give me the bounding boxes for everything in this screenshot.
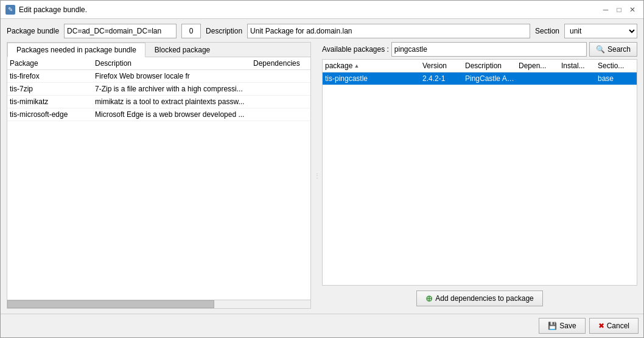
cancel-button[interactable]: ✖ Cancel <box>589 318 639 334</box>
search-icon: 🔍 <box>596 45 605 54</box>
add-btn-label: Add dependencies to package <box>435 294 533 303</box>
pkg-version: 2.4.2-1 <box>422 74 465 83</box>
right-table-body: tis-pingcastle 2.4.2-1 PingCastle AD Aud… <box>323 72 637 285</box>
pkg-section: base <box>598 74 634 83</box>
package-desc: 7-Zip is a file archiver with a high com… <box>95 85 253 93</box>
add-dependencies-button[interactable]: ⊕ Add dependencies to package <box>416 290 542 306</box>
package-name: tis-microsoft-edge <box>10 110 95 119</box>
table-row[interactable]: tis-microsoft-edge Microsoft Edge is a w… <box>7 108 310 121</box>
package-deps <box>253 97 308 106</box>
col-dependencies: Dependencies <box>253 59 308 68</box>
left-table-header: Package Description Dependencies <box>7 57 310 70</box>
left-panel: Packages needed in package bundle Blocke… <box>7 42 311 309</box>
cancel-label: Cancel <box>607 322 629 330</box>
right-table: package ▲ Version Description Depen... I… <box>322 59 637 286</box>
left-table-body: tis-firefox Firefox Web browser locale f… <box>7 70 310 300</box>
title-controls: ─ □ ✕ <box>600 4 639 16</box>
horizontal-scrollbar[interactable] <box>7 300 310 308</box>
package-deps <box>253 85 308 93</box>
bottom-bar: 💾 Save ✖ Cancel <box>1 314 643 337</box>
package-name: tis-7zip <box>10 85 95 93</box>
section-select[interactable]: unit base restricted <box>564 24 637 38</box>
add-btn-row: ⊕ Add dependencies to package <box>322 288 637 309</box>
panel-resizer[interactable]: ⋮ <box>315 42 318 309</box>
table-row[interactable]: tis-firefox Firefox Web browser locale f… <box>7 70 310 83</box>
package-desc: mimikatz is a tool to extract plaintexts… <box>95 97 253 106</box>
main-panels: Packages needed in package bundle Blocke… <box>7 42 637 309</box>
package-name: tis-mimikatz <box>10 97 95 106</box>
package-deps <box>253 72 308 80</box>
search-button-label: Search <box>607 45 631 54</box>
window-title: Edit package bundle. <box>19 5 87 14</box>
tab-blocked[interactable]: Blocked package <box>145 43 219 57</box>
cancel-icon: ✖ <box>598 322 604 330</box>
add-icon: ⊕ <box>425 294 433 303</box>
tab-packages[interactable]: Packages needed in package bundle <box>7 43 145 57</box>
package-desc: Firefox Web browser locale fr <box>95 72 253 80</box>
pkg-depen <box>519 74 561 83</box>
window-icon: ✎ <box>5 5 15 15</box>
package-deps <box>253 110 308 119</box>
close-button[interactable]: ✕ <box>626 4 639 16</box>
save-label: Save <box>559 322 576 330</box>
minimize-button[interactable]: ─ <box>600 4 612 16</box>
title-bar-left: ✎ Edit package bundle. <box>5 5 87 15</box>
bundle-input[interactable] <box>64 24 177 38</box>
col-package: Package <box>10 59 95 68</box>
right-table-row[interactable]: tis-pingcastle 2.4.2-1 PingCastle AD Aud… <box>323 72 637 85</box>
save-button[interactable]: 💾 Save <box>539 318 585 334</box>
table-row[interactable]: tis-mimikatz mimikatz is a tool to extra… <box>7 96 310 108</box>
scroll-thumb[interactable] <box>7 300 214 308</box>
right-table-header: package ▲ Version Description Depen... I… <box>323 60 637 72</box>
save-icon: 💾 <box>548 322 557 330</box>
section-label: Section <box>535 27 559 35</box>
maximize-button[interactable]: □ <box>613 4 625 16</box>
count-input[interactable] <box>181 24 201 38</box>
col-sec: Sectio... <box>598 62 634 70</box>
col-description: Description <box>95 59 253 68</box>
package-desc: Microsoft Edge is a web browser develope… <box>95 110 253 119</box>
pkg-name: tis-pingcastle <box>325 74 422 83</box>
search-bar: Available packages : 🔍 Search <box>322 42 637 57</box>
col-dep: Depen... <box>519 62 561 70</box>
col-pkg: package ▲ <box>325 62 422 70</box>
col-ins: Instal... <box>561 62 598 70</box>
col-ver: Version <box>422 62 465 70</box>
title-bar: ✎ Edit package bundle. ─ □ ✕ <box>1 1 643 19</box>
description-label: Description <box>206 27 242 35</box>
pkg-instal <box>561 74 598 83</box>
available-label: Available packages : <box>322 45 389 54</box>
content-area: Package bundle Description Section unit … <box>1 19 643 314</box>
package-name: tis-firefox <box>10 72 95 80</box>
col-desc: Description <box>465 62 519 70</box>
search-button[interactable]: 🔍 Search <box>589 42 637 57</box>
table-row[interactable]: tis-7zip 7-Zip is a file archiver with a… <box>7 83 310 96</box>
sort-arrow: ▲ <box>354 63 359 69</box>
description-input[interactable] <box>247 24 530 38</box>
main-window: ✎ Edit package bundle. ─ □ ✕ Package bun… <box>0 0 644 338</box>
right-panel: Available packages : 🔍 Search package ▲ <box>322 42 637 309</box>
bundle-label: Package bundle <box>7 27 59 35</box>
top-form-row: Package bundle Description Section unit … <box>7 24 637 38</box>
resizer-dots: ⋮ <box>314 172 320 179</box>
pkg-desc: PingCastle AD Audi... <box>465 74 519 83</box>
search-input[interactable] <box>391 42 587 57</box>
tabs: Packages needed in package bundle Blocke… <box>7 43 310 57</box>
